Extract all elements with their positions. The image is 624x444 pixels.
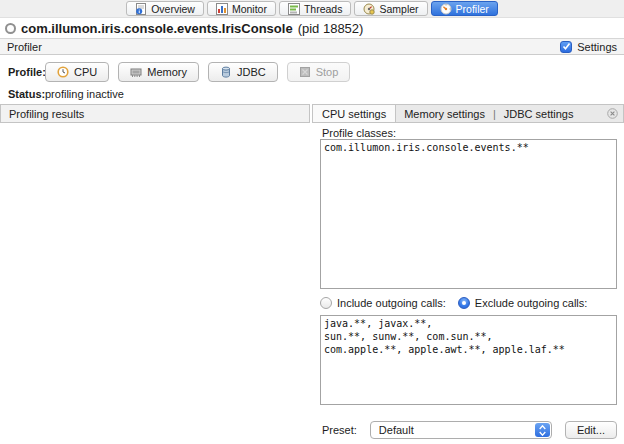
cpu-profile-button[interactable]: CPU	[45, 62, 109, 82]
application-title-row: com.illumon.iris.console.events.IrisCons…	[0, 19, 624, 38]
preset-selected-value: Default	[379, 424, 414, 436]
exclude-outgoing-label[interactable]: Exclude outgoing calls:	[475, 297, 588, 309]
memory-profile-button[interactable]: Memory	[118, 62, 199, 82]
java-app-icon	[5, 23, 16, 34]
overview-icon	[135, 3, 147, 15]
tab-label: Profiler	[456, 3, 489, 15]
chevron-up-icon	[539, 425, 546, 430]
tab-label: JDBC settings	[504, 108, 574, 120]
sampler-icon	[363, 3, 375, 15]
button-label: JDBC	[237, 66, 266, 78]
profiling-results-panel: Profiling results	[0, 104, 310, 444]
stop-icon	[299, 66, 311, 78]
memory-chip-icon	[130, 66, 142, 78]
edit-preset-button[interactable]: Edit...	[565, 421, 617, 439]
close-icon	[607, 108, 618, 119]
tab-overview[interactable]: Overview	[126, 1, 204, 16]
include-outgoing-label[interactable]: Include outgoing calls:	[337, 297, 446, 309]
profile-classes-label: Profile classes:	[322, 127, 396, 139]
profile-classes-input[interactable]: com.illumon.iris.console.events.**	[320, 139, 617, 289]
preset-label: Preset:	[322, 424, 357, 436]
settings-checkbox-label[interactable]: Settings	[577, 41, 617, 53]
outgoing-calls-radio-group: Include outgoing calls: Exclude outgoing…	[320, 297, 599, 309]
chevron-down-icon	[539, 431, 546, 436]
settings-tab-bar: CPU settings Memory settings | JDBC sett…	[312, 104, 624, 123]
button-label: Stop	[316, 66, 339, 78]
status-row: Status: profiling inactive	[8, 88, 124, 100]
tab-monitor[interactable]: Monitor	[207, 1, 276, 16]
tab-label: CPU settings	[322, 108, 386, 120]
database-icon	[220, 66, 232, 78]
tab-jdbc-settings[interactable]: JDBC settings	[496, 105, 582, 122]
preset-dropdown[interactable]: Default	[370, 421, 552, 439]
include-outgoing-radio[interactable]	[320, 297, 332, 309]
dropdown-stepper-icon	[535, 423, 550, 437]
tab-label: Threads	[304, 3, 343, 15]
cpu-clock-icon	[57, 66, 69, 78]
settings-panel: CPU settings Memory settings | JDBC sett…	[312, 104, 624, 444]
results-panel-header: Profiling results	[0, 104, 310, 123]
tab-memory-settings[interactable]: Memory settings	[396, 105, 493, 122]
status-label: Status:	[8, 88, 45, 100]
button-label: Edit...	[577, 424, 605, 436]
status-value: profiling inactive	[45, 88, 124, 100]
profiler-header-title: Profiler	[7, 41, 42, 53]
button-label: Memory	[147, 66, 187, 78]
tab-label: Overview	[151, 3, 195, 15]
monitor-icon	[216, 3, 228, 15]
threads-icon	[288, 3, 300, 15]
jdbc-profile-button[interactable]: JDBC	[208, 62, 278, 82]
tab-cpu-settings[interactable]: CPU settings	[313, 105, 396, 122]
tab-label: Sampler	[379, 3, 418, 15]
exclude-outgoing-radio[interactable]	[458, 297, 470, 309]
settings-checkbox[interactable]	[560, 41, 572, 53]
preset-row: Preset: Default Edit...	[322, 421, 617, 439]
profile-toolbar: Profile: CPU Memory JDBC Stop	[8, 61, 359, 83]
profile-label: Profile:	[8, 66, 45, 78]
tab-profiler[interactable]: Profiler	[431, 1, 498, 16]
close-settings-button[interactable]	[607, 105, 623, 122]
application-name: com.illumon.iris.console.events.IrisCons…	[21, 21, 293, 36]
tab-label: Memory settings	[404, 108, 485, 120]
button-label: CPU	[74, 66, 97, 78]
application-pid: (pid 18852)	[298, 21, 364, 36]
profiler-icon	[440, 3, 452, 15]
check-icon	[562, 42, 571, 51]
tab-label: Monitor	[232, 3, 267, 15]
results-panel-title: Profiling results	[9, 108, 84, 120]
tab-threads[interactable]: Threads	[279, 1, 352, 16]
stop-profile-button[interactable]: Stop	[287, 62, 351, 82]
view-tab-bar: Overview Monitor Threads Sampler Profile…	[0, 0, 624, 18]
cpu-settings-body: Profile classes: com.illumon.iris.consol…	[312, 123, 624, 444]
profiler-header-bar: Profiler Settings	[0, 38, 624, 55]
profiler-window: Overview Monitor Threads Sampler Profile…	[0, 0, 624, 444]
tab-sampler[interactable]: Sampler	[354, 1, 427, 16]
exclude-filter-input[interactable]: java.**, javax.**, sun.**, sunw.**, com.…	[320, 315, 617, 405]
